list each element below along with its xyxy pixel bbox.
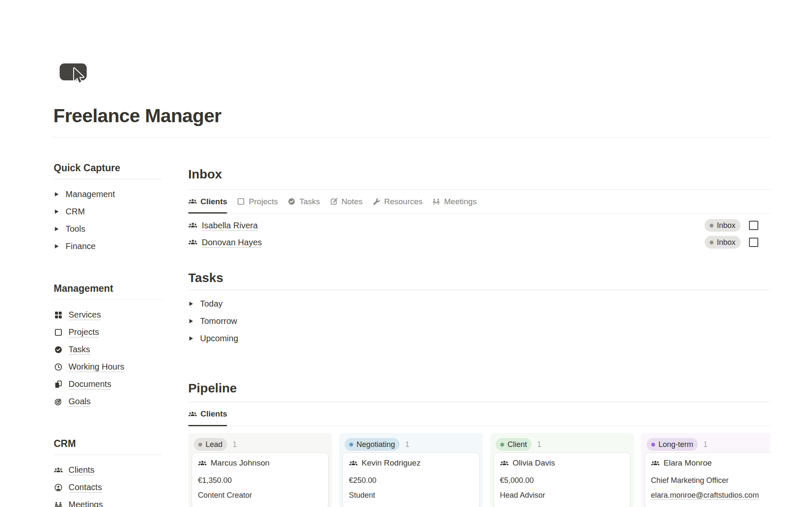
sidebar-item-goals[interactable]: Goals (54, 393, 162, 410)
sidebar-item-label[interactable]: Tasks (69, 345, 90, 354)
status-dot (710, 224, 713, 227)
section-heading-quick-capture: Quick Capture (54, 161, 162, 175)
sidebar-item-services[interactable]: Services (54, 306, 162, 323)
card-title: Marcus Johnson (198, 458, 322, 468)
sidebar-item-label[interactable]: Meetings (69, 500, 103, 507)
people-icon (651, 459, 660, 468)
column-count: 1 (405, 440, 409, 449)
sidebar-item-label[interactable]: Contacts (69, 482, 102, 492)
toggle-triangle-icon[interactable] (54, 209, 59, 214)
card-title: Kevin Rodriguez (349, 458, 473, 468)
toggle-label: Upcoming (200, 334, 238, 343)
toggle-today[interactable]: Today (188, 295, 771, 312)
divider (188, 290, 771, 290)
card-name: Marcus Johnson (211, 458, 269, 468)
section-heading-management: Management (54, 281, 162, 296)
tab-label: Meetings (444, 197, 477, 206)
divider (54, 179, 162, 179)
pipeline-heading: Pipeline (188, 380, 771, 397)
sidebar: Quick Capture Management CRM Tools Finan… (54, 161, 162, 507)
sidebar-item-label[interactable]: Working Hours (69, 362, 124, 372)
note-pencil-icon (329, 197, 338, 206)
status-badge-label: Long-term (658, 440, 693, 449)
page-cursor-click-icon[interactable] (58, 58, 92, 92)
client-card-kevin-rodriguez[interactable]: Kevin Rodriguez €250.00 Student (343, 452, 480, 507)
client-card-elara-monroe[interactable]: Elara Monroe Chief Marketing Officer ela… (645, 452, 771, 507)
toggle-tools[interactable]: Tools (54, 220, 162, 238)
tab-resources[interactable]: Resources (372, 190, 422, 213)
card-amount: €5,000.00 (500, 476, 624, 485)
tab-notes[interactable]: Notes (329, 190, 363, 213)
toggle-triangle-icon[interactable] (188, 301, 194, 307)
people-icon (188, 238, 198, 247)
sidebar-item-label[interactable]: Clients (69, 465, 94, 475)
sidebar-item-meetings[interactable]: Meetings (54, 496, 162, 507)
column-header: Client 1 (494, 436, 631, 452)
toggle-triangle-icon[interactable] (188, 318, 194, 324)
tab-meetings[interactable]: Meetings (432, 190, 477, 213)
sidebar-item-label[interactable]: Documents (69, 379, 111, 389)
status-badge-label: Lead (206, 440, 222, 449)
client-name-link[interactable]: Isabella Rivera (202, 221, 258, 230)
square-icon (236, 197, 245, 206)
tab-label: Clients (200, 197, 227, 206)
tab-tasks[interactable]: Tasks (287, 190, 320, 213)
card-email-link[interactable]: elara.monroe@craftstudios.com (651, 491, 771, 500)
sidebar-item-tasks[interactable]: Tasks (54, 341, 162, 358)
crm-list: Clients Contacts Meetings (54, 461, 162, 507)
board-column-long-term: Long-term 1 Elara Monroe Chief Marketing… (641, 433, 771, 507)
sidebar-item-contacts[interactable]: Contacts (54, 479, 162, 496)
sidebar-item-label[interactable]: Services (69, 310, 101, 320)
client-card-olivia-davis[interactable]: Olivia Davis €5,000.00 Head Advisor (494, 452, 631, 507)
sidebar-item-label[interactable]: Goals (69, 397, 91, 406)
toggle-crm[interactable]: CRM (54, 203, 162, 220)
status-dot (349, 443, 353, 447)
toggle-triangle-icon[interactable] (54, 192, 59, 197)
status-badge-label: Inbox (717, 238, 735, 247)
sidebar-item-projects[interactable]: Projects (54, 323, 162, 341)
sidebar-item-label[interactable]: Projects (69, 327, 99, 337)
tab-clients[interactable]: Clients (188, 402, 227, 426)
sidebar-item-clients[interactable]: Clients (54, 461, 162, 479)
status-badge-inbox: Inbox (705, 219, 741, 232)
toggle-upcoming[interactable]: Upcoming (188, 330, 771, 347)
freelance-manager-page: Freelance Manager Quick Capture Manageme… (0, 0, 812, 507)
page-title: Freelance Manager (53, 105, 221, 127)
inbox-row-donovan-hayes[interactable]: Donovan Hayes Inbox (188, 234, 771, 251)
toggle-triangle-icon[interactable] (188, 336, 194, 341)
toggle-tomorrow[interactable]: Tomorrow (188, 312, 771, 330)
column-count: 1 (233, 440, 237, 449)
status-badge-label: Client (508, 440, 527, 449)
status-dot (500, 443, 504, 447)
divider (54, 299, 162, 300)
client-card-marcus-johnson[interactable]: Marcus Johnson €1,350.00 Content Creator (192, 452, 329, 507)
card-name: Elara Monroe (664, 458, 712, 468)
toggle-triangle-icon[interactable] (54, 244, 59, 249)
tasks-heading: Tasks (188, 269, 771, 286)
row-checkbox[interactable] (749, 221, 758, 230)
person-circle-icon (54, 483, 63, 492)
toggle-finance[interactable]: Finance (54, 238, 162, 255)
inbox-row-isabella-rivera[interactable]: Isabella Rivera Inbox (188, 217, 771, 234)
board-column-client: Client 1 Olivia Davis €5,000.00 Head Adv… (490, 433, 634, 507)
board-column-lead: Lead 1 Marcus Johnson €1,350.00 Content … (188, 433, 332, 507)
toggle-management[interactable]: Management (54, 186, 162, 203)
meeting-table-icon (54, 500, 63, 507)
row-checkbox[interactable] (749, 238, 758, 247)
sidebar-item-documents[interactable]: Documents (54, 375, 162, 393)
tab-projects[interactable]: Projects (236, 190, 278, 213)
check-circle-icon (54, 345, 63, 354)
toggle-label: Finance (66, 241, 96, 251)
card-name: Kevin Rodriguez (362, 458, 420, 468)
sidebar-item-working-hours[interactable]: Working Hours (54, 358, 162, 375)
people-icon (349, 459, 358, 468)
toggle-triangle-icon[interactable] (54, 226, 59, 232)
square-icon (54, 328, 63, 337)
people-icon (188, 197, 197, 206)
tab-label: Resources (384, 197, 422, 206)
client-name-link[interactable]: Donovan Hayes (202, 238, 262, 247)
tab-clients[interactable]: Clients (188, 190, 227, 213)
check-circle-icon (287, 197, 296, 206)
clock-icon (54, 362, 63, 372)
column-header: Long-term 1 (645, 436, 771, 452)
